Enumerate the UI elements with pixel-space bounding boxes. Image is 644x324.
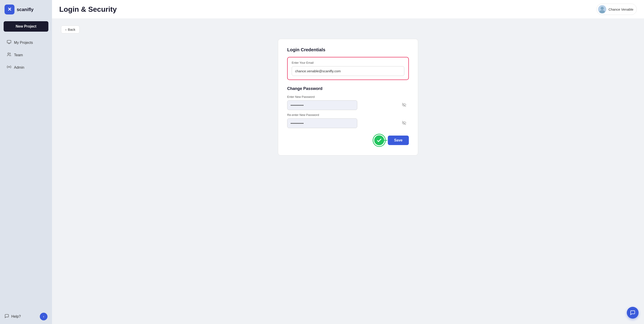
back-button[interactable]: ‹ Back: [61, 25, 80, 33]
email-field[interactable]: [292, 66, 404, 76]
save-button[interactable]: Save: [388, 136, 409, 145]
sidebar: ✕ scanifly New Project My Projects Team …: [0, 0, 52, 324]
svg-point-2: [8, 66, 10, 67]
reenter-password-label: Re-enter New Password: [287, 113, 409, 117]
help-label: Help?: [11, 315, 21, 319]
sidebar-nav: My Projects Team Admin: [0, 36, 52, 74]
toggle-new-password-icon[interactable]: [402, 103, 406, 108]
sidebar-bottom: Help? ‹: [0, 309, 52, 324]
svg-rect-0: [7, 40, 11, 43]
new-project-button[interactable]: New Project: [4, 21, 48, 32]
back-arrow-icon: ‹: [65, 27, 66, 31]
help-icon: [4, 314, 9, 319]
new-password-field[interactable]: [287, 100, 357, 110]
logo-text: scanifly: [17, 7, 34, 12]
sidebar-item-team[interactable]: Team: [2, 49, 50, 61]
sidebar-item-admin[interactable]: Admin: [2, 61, 50, 73]
avatar: [598, 5, 606, 13]
sidebar-item-label: Team: [14, 53, 23, 57]
reenter-password-wrapper: Re-enter New Password: [287, 113, 409, 128]
toggle-reenter-password-icon[interactable]: [402, 121, 406, 126]
logo-area: ✕ scanifly: [0, 0, 52, 19]
email-section: Enter Your Email: [287, 57, 409, 80]
logo-icon: ✕: [4, 4, 14, 14]
new-password-wrapper: Enter New Password: [287, 95, 409, 110]
login-security-card: Login Credentials Enter Your Email Chang…: [278, 39, 418, 155]
sidebar-item-label: Admin: [14, 65, 24, 70]
card-footer: Save: [287, 134, 409, 146]
new-password-label: Enter New Password: [287, 95, 409, 98]
collapse-button[interactable]: ‹: [40, 313, 48, 321]
chat-fab-button[interactable]: [627, 307, 638, 319]
login-credentials-title: Login Credentials: [287, 47, 409, 52]
reenter-password-field[interactable]: [287, 118, 357, 128]
help-item[interactable]: Help?: [4, 314, 21, 319]
content-area: ‹ Back Login Credentials Enter Your Emai…: [52, 19, 644, 324]
main-area: Login & Security Chance Venable ‹ Back L…: [52, 0, 644, 324]
page-title: Login & Security: [59, 5, 117, 13]
team-icon: [7, 52, 11, 58]
success-indicator: [373, 134, 385, 146]
admin-icon: [7, 65, 11, 70]
back-label: Back: [68, 27, 75, 31]
user-name: Chance Venable: [608, 7, 633, 11]
svg-point-4: [600, 7, 604, 10]
change-password-title: Change Password: [287, 86, 409, 91]
projects-icon: [7, 40, 11, 45]
sidebar-item-my-projects[interactable]: My Projects: [2, 37, 50, 48]
sidebar-item-label: My Projects: [14, 41, 33, 45]
svg-point-1: [8, 53, 9, 54]
email-label: Enter Your Email: [292, 61, 404, 64]
new-password-input-wrapper: [287, 100, 409, 110]
topbar: Login & Security Chance Venable: [52, 0, 644, 19]
user-menu[interactable]: Chance Venable: [596, 3, 637, 15]
collapse-icon: ‹: [43, 315, 44, 319]
reenter-password-input-wrapper: [287, 118, 409, 128]
